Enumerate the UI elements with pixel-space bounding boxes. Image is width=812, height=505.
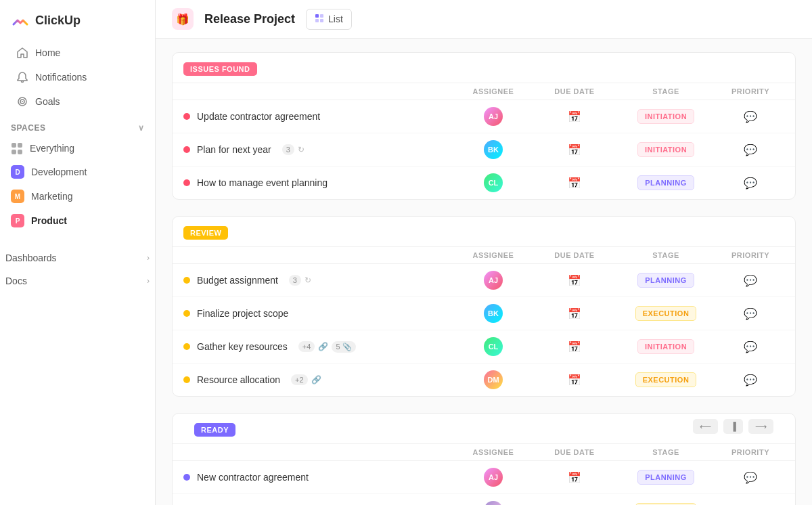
task-row[interactable]: How to manage event planning CL 📅 PLANNI…	[173, 167, 795, 199]
top-bar: 🎁 Release Project List	[156, 0, 812, 39]
assignee-cell: CL	[453, 337, 534, 356]
sidebar-item-docs[interactable]: Docs ›	[0, 269, 155, 292]
development-space-icon: D	[11, 165, 24, 179]
meta-plus: +2	[291, 374, 308, 385]
task-name: Budget assignment 3 ↻	[183, 275, 453, 286]
list-icon	[315, 14, 324, 25]
spaces-label: Spaces	[11, 123, 45, 133]
sidebar-item-product[interactable]: P Product	[5, 208, 150, 233]
task-bullet	[183, 146, 190, 153]
calendar-icon: 📅	[568, 177, 581, 190]
due-cell: 📅	[534, 307, 615, 320]
toolbar-btn-2[interactable]: ▐	[723, 419, 743, 434]
toolbar-btn-1[interactable]: ⟵	[693, 419, 718, 434]
avatar: DM	[484, 370, 503, 389]
task-label: Update contractor agreement	[197, 111, 320, 122]
main-content: 🎁 Release Project List ISSUES FOUND ASSI…	[156, 0, 812, 505]
dashboards-label: Dashboards	[5, 252, 57, 263]
task-name: Plan for next year 3 ↻	[183, 144, 453, 155]
task-bullet	[183, 343, 190, 350]
sidebar-item-marketing[interactable]: M Marketing	[5, 184, 150, 208]
stage-badge: INITIATION	[637, 142, 694, 157]
avatar: BK	[484, 140, 503, 159]
stage-cell: EXECUTION	[615, 306, 717, 321]
stage-cell: PLANNING	[615, 175, 717, 190]
svg-rect-6	[320, 19, 323, 22]
task-row[interactable]: Refresh company website 5 📎 EN 📅 EXECUTI…	[173, 494, 795, 505]
task-bullet	[183, 113, 190, 120]
assignee-col-header: ASSIGNEE	[453, 448, 534, 456]
due-cell: 📅	[534, 110, 615, 123]
spaces-list: Everything D Development M Marketing P P…	[5, 137, 150, 233]
priority-cell: 💬	[717, 144, 784, 156]
spaces-chevron-icon[interactable]: ∨	[138, 123, 145, 133]
sidebar-item-development[interactable]: D Development	[5, 160, 150, 184]
calendar-icon: 📅	[568, 144, 581, 156]
svg-rect-5	[315, 19, 319, 22]
stage-badge: EXECUTION	[635, 372, 697, 387]
due-cell: 📅	[534, 471, 615, 484]
product-label: Product	[31, 215, 67, 226]
task-row[interactable]: Budget assignment 3 ↻ AJ 📅 PLANNING 💬	[173, 264, 795, 297]
task-col-header	[183, 251, 453, 259]
goals-icon	[16, 95, 28, 108]
sidebar-item-home[interactable]: Home	[5, 41, 150, 65]
list-view-label: List	[328, 14, 343, 24]
assignee-cell: BK	[453, 140, 534, 159]
stage-cell: INITIATION	[615, 109, 717, 124]
meta-attach: 5 📎	[332, 341, 355, 353]
priority-icon: 💬	[744, 177, 757, 190]
task-meta: +4 🔗 5 📎	[298, 341, 356, 353]
avatar: AJ	[484, 107, 503, 126]
priority-cell: 💬	[717, 274, 784, 287]
docs-label: Docs	[5, 276, 27, 286]
task-row[interactable]: Finalize project scope BK 📅 EXECUTION 💬	[173, 297, 795, 330]
bell-icon	[16, 71, 28, 83]
avatar: CL	[484, 337, 503, 356]
ready-badge: READY	[194, 423, 235, 437]
ready-table-header: ASSIGNEE DUE DATE STAGE PRIORITY	[173, 443, 795, 461]
task-bullet	[183, 277, 190, 284]
due-cell: 📅	[534, 341, 615, 353]
task-row[interactable]: Plan for next year 3 ↻ BK 📅 INITIATION 💬	[173, 133, 795, 167]
task-row[interactable]: Resource allocation +2 🔗 DM 📅 EXECUTION …	[173, 364, 795, 396]
task-row[interactable]: Update contractor agreement AJ 📅 INITIAT…	[173, 100, 795, 133]
product-space-icon: P	[11, 214, 24, 227]
calendar-icon: 📅	[568, 274, 581, 287]
priority-cell: 💬	[717, 177, 784, 190]
task-bullet	[183, 179, 190, 186]
task-label: Resource allocation	[197, 374, 280, 385]
svg-rect-3	[315, 14, 319, 18]
duedate-col-header: DUE DATE	[534, 448, 615, 456]
priority-icon: 💬	[744, 144, 757, 156]
calendar-icon: 📅	[568, 471, 581, 484]
project-title: Release Project	[204, 12, 295, 26]
task-row[interactable]: Gather key resources +4 🔗 5 📎 CL 📅 INITI…	[173, 330, 795, 364]
sidebar-item-goals[interactable]: Goals	[5, 89, 150, 114]
issues-badge: ISSUES FOUND	[183, 62, 257, 76]
calendar-icon: 📅	[568, 307, 581, 320]
task-row[interactable]: New contractor agreement AJ 📅 PLANNING 💬	[173, 461, 795, 494]
meta-count: 3	[282, 144, 294, 155]
logo-area: ClickUp	[0, 11, 155, 41]
priority-cell: 💬	[717, 307, 784, 320]
sidebar-item-dashboards[interactable]: Dashboards ›	[0, 246, 155, 269]
duedate-col-header: DUE DATE	[534, 87, 615, 95]
sidebar-item-everything[interactable]: Everything	[5, 137, 150, 160]
assignee-cell: DM	[453, 370, 534, 389]
list-view-button[interactable]: List	[306, 9, 352, 30]
project-icon: 🎁	[172, 8, 194, 30]
sidebar-notifications-label: Notifications	[35, 72, 87, 83]
issues-section: ISSUES FOUND ASSIGNEE DUE DATE STAGE PRI…	[172, 52, 796, 200]
task-name: New contractor agreement	[183, 472, 453, 483]
stage-cell: PLANNING	[615, 470, 717, 485]
sidebar-item-notifications[interactable]: Notifications	[5, 65, 150, 89]
sidebar-goals-label: Goals	[35, 96, 60, 107]
priority-icon: 💬	[744, 110, 757, 123]
toolbar-btn-3[interactable]: ⟶	[748, 419, 773, 434]
task-name: Gather key resources +4 🔗 5 📎	[183, 341, 453, 353]
svg-point-2	[22, 101, 23, 102]
priority-cell: 💬	[717, 471, 784, 484]
task-label: Finalize project scope	[197, 308, 288, 319]
issues-table-header: ASSIGNEE DUE DATE STAGE PRIORITY	[173, 83, 795, 100]
